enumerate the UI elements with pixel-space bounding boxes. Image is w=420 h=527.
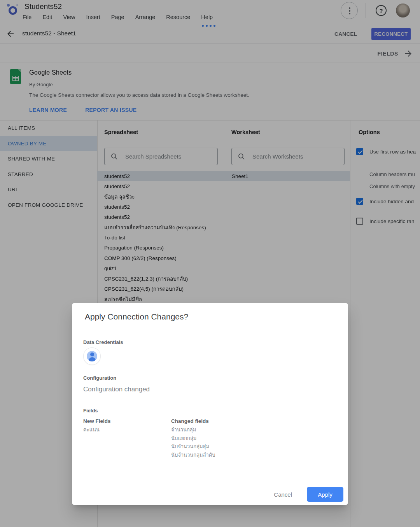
worksheet-list: Sheet1: [225, 171, 350, 181]
fields-bar: FIELDS: [0, 44, 420, 63]
datasource-toolbar: students52 - Sheet1 CANCEL RECONNECT: [0, 24, 420, 44]
spreadsheet-list-item[interactable]: CPSC231_622(1,2,3) (การตอบกลับ): [97, 274, 225, 284]
spreadsheet-list-item[interactable]: COMP 300 (62/2) (Responses): [97, 253, 225, 263]
changed-field-item: นับจำนวนกลุ่มลำดับ: [171, 451, 215, 459]
new-fields-list: คะแนน: [83, 426, 100, 434]
option-label: Include hidden and: [369, 199, 414, 204]
back-button[interactable]: [6, 29, 15, 38]
sidebar-item[interactable]: URL: [0, 182, 97, 197]
app-bar: Students52 FileEditViewInsertPageArrange…: [0, 0, 420, 24]
worksheet-panel-title: Worksheet: [231, 129, 260, 135]
reconnect-button[interactable]: RECONNECT: [371, 28, 411, 40]
datasource-name: students52 - Sheet1: [22, 30, 76, 37]
connector-author: By Google: [29, 82, 53, 87]
google-sheets-icon: [10, 69, 21, 84]
report-issue-link[interactable]: REPORT AN ISSUE: [85, 107, 136, 113]
menu-item[interactable]: Resource: [166, 14, 190, 20]
spreadsheet-search-input[interactable]: Search Spreadsheets: [104, 148, 218, 165]
sidebar-item[interactable]: SHARED WITH ME: [0, 151, 97, 167]
spreadsheet-list-item[interactable]: CPSC231_622(4,5) (การตอบกลับ): [97, 284, 225, 294]
spreadsheet-list-item[interactable]: students52: [97, 171, 225, 181]
menu-item[interactable]: Arrange: [135, 14, 156, 20]
changed-field-item: นับจำนวนกลุ่มสุ่ม: [171, 442, 215, 451]
fields-label: Fields: [83, 408, 98, 414]
menu-item[interactable]: Edit: [42, 14, 52, 20]
help-icon[interactable]: ?: [376, 5, 387, 16]
connector-name: Google Sheets: [29, 69, 72, 76]
changed-fields-list: จำนวนกลุ่มนับแยกกลุ่มนับจำนวนกลุ่มสุ่มนั…: [171, 426, 215, 459]
credentials-avatar: [83, 347, 101, 365]
spreadsheet-list-item[interactable]: students52: [97, 212, 225, 222]
spreadsheet-list-item[interactable]: students52: [97, 202, 225, 212]
cancel-connection-button[interactable]: CANCEL: [334, 31, 357, 37]
back-arrow-icon: [6, 29, 15, 38]
user-avatar[interactable]: [396, 3, 410, 17]
menu-item[interactable]: Help: [201, 14, 213, 20]
option-note: Column headers mu: [369, 171, 415, 177]
menu-item[interactable]: Insert: [86, 14, 100, 20]
changed-field-item: จำนวนกลุ่ม: [171, 426, 215, 434]
option-label: Include specific ran: [369, 218, 415, 224]
spreadsheet-list-item[interactable]: ข้อมูล จุลชีวะ: [97, 192, 225, 202]
dialog-cancel-button[interactable]: Cancel: [269, 488, 297, 501]
dialog-apply-button[interactable]: Apply: [307, 487, 343, 502]
spreadsheet-search-placeholder: Search Spreadsheets: [125, 153, 181, 160]
configuration-label: Configuration: [83, 375, 116, 381]
sidebar-item[interactable]: ALL ITEMS: [0, 120, 97, 136]
worksheet-search-input[interactable]: Search Worksheets: [231, 148, 345, 165]
apply-connection-changes-dialog: Apply Connection Changes? Data Credentia…: [72, 303, 348, 505]
sidebar-item[interactable]: STARRED: [0, 167, 97, 182]
option-include-range: Include specific ran: [356, 218, 415, 225]
drive-filter-sidebar: ALL ITEMS OWNED BY ME SHARED WITH ME STA…: [0, 120, 97, 213]
spreadsheet-list-item[interactable]: quiz1: [97, 264, 225, 274]
dialog-title: Apply Connection Changes?: [85, 312, 188, 321]
option-include-hidden: Include hidden and: [356, 198, 414, 205]
fields-link-label: FIELDS: [378, 51, 398, 57]
worksheet-search-placeholder: Search Worksheets: [252, 153, 303, 160]
new-fields-label: New Fields: [83, 418, 111, 424]
data-studio-logo-icon: [9, 6, 17, 15]
configuration-status: Configuration changed: [83, 386, 150, 393]
option-note: Columns with empty: [369, 183, 415, 189]
kebab-icon: [349, 10, 350, 12]
more-options-button[interactable]: [341, 2, 358, 19]
new-field-item: คะแนน: [83, 426, 100, 434]
credentials-label: Data Credentials: [83, 339, 123, 345]
spreadsheet-list: students52 students52 ข้อมูล จุลชีวะ stu…: [97, 171, 225, 304]
spreadsheet-list-item[interactable]: แบบสำรวจสื่อสร้างความบันเทิง (Responses): [97, 222, 225, 232]
spreadsheet-panel-title: Spreadsheet: [104, 129, 138, 135]
connector-description: The Google Sheets connector allows you t…: [29, 92, 249, 98]
menu-item[interactable]: Page: [111, 14, 124, 20]
search-icon: [110, 153, 118, 161]
menu-item[interactable]: File: [23, 14, 32, 20]
option-label: Use first row as hea: [369, 149, 416, 155]
checkbox-use-first-row[interactable]: [356, 148, 363, 155]
sidebar-item[interactable]: OWNED BY ME: [0, 136, 97, 152]
changed-fields-label: Changed fields: [171, 418, 209, 424]
loading-dots-icon: [202, 25, 215, 27]
spreadsheet-list-item[interactable]: To-do list: [97, 232, 225, 243]
column-divider: [350, 120, 350, 527]
search-icon: [238, 153, 245, 161]
worksheet-list-item[interactable]: Sheet1: [225, 171, 350, 181]
right-arrow-icon: [404, 49, 413, 58]
changed-field-item: นับแยกกลุ่ม: [171, 434, 215, 443]
person-icon: [87, 351, 97, 361]
report-title: Students52: [24, 2, 62, 11]
checkbox-include-range[interactable]: [356, 218, 363, 225]
checkbox-include-hidden[interactable]: [356, 198, 363, 205]
header-divider: [366, 3, 366, 18]
spreadsheet-list-item[interactable]: students52: [97, 181, 225, 191]
connector-info: Google Sheets By Google The Google Sheet…: [0, 63, 420, 120]
learn-more-link[interactable]: LEARN MORE: [29, 107, 67, 113]
spreadsheet-list-item[interactable]: Propagation (Responses): [97, 243, 225, 253]
fields-link[interactable]: FIELDS: [378, 49, 413, 58]
app-menu: FileEditViewInsertPageArrangeResourceHel…: [23, 14, 213, 20]
option-use-first-row: Use first row as hea: [356, 148, 416, 155]
options-panel-title: Options: [359, 129, 380, 135]
sidebar-item[interactable]: OPEN FROM GOOGLE DRIVE: [0, 197, 97, 213]
menu-item[interactable]: View: [63, 14, 75, 20]
